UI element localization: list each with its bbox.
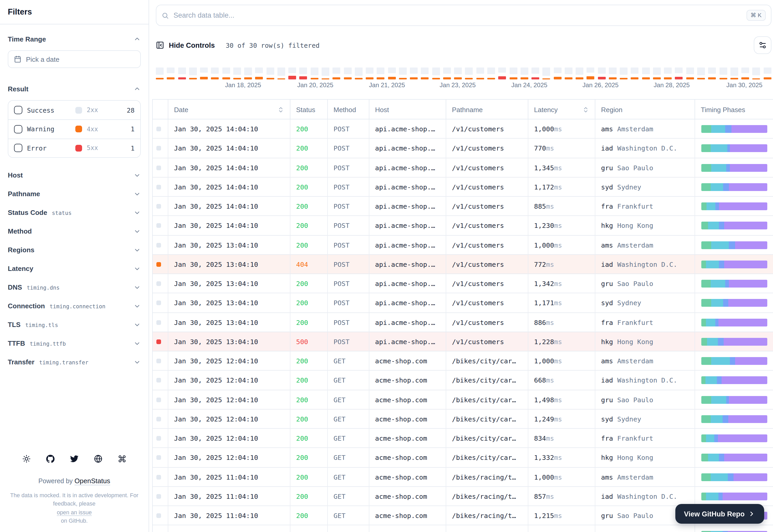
timeline-bar[interactable] xyxy=(620,67,628,79)
table-row[interactable]: Jan 30, 2025 11:04:10 200 GET acme-shop.… xyxy=(153,487,773,506)
timeline-bar[interactable] xyxy=(333,67,341,79)
timeline-bar[interactable] xyxy=(288,67,296,79)
date-picker-button[interactable]: Pick a date xyxy=(8,50,141,68)
sidebar-filter-dns[interactable]: DNS timing.dns xyxy=(8,278,141,297)
timeline-bar[interactable] xyxy=(465,67,473,79)
sidebar-filter-transfer[interactable]: Transfer timing.transfer xyxy=(8,353,141,372)
sidebar-filter-ttfb[interactable]: TTFB timing.ttfb xyxy=(8,334,141,353)
timeline-bar[interactable] xyxy=(211,67,219,79)
timeline-bar[interactable] xyxy=(310,67,318,79)
table-row[interactable]: Jan 30, 2025 14:04:10 200 POST api.acme-… xyxy=(153,178,773,197)
timeline-bar[interactable] xyxy=(432,67,440,79)
timeline-bar[interactable] xyxy=(399,67,407,79)
timeline-bar[interactable] xyxy=(167,67,175,79)
timeline-bar[interactable] xyxy=(189,67,197,79)
open-issue-link[interactable]: open an issue xyxy=(57,509,92,515)
checkbox[interactable] xyxy=(14,125,22,133)
column-header-latency[interactable]: Latency xyxy=(528,100,595,119)
timeline-bar[interactable] xyxy=(542,67,550,79)
twitter-button[interactable] xyxy=(70,455,78,463)
timeline-bar[interactable] xyxy=(763,67,771,79)
time-range-section-header[interactable]: Time Range xyxy=(8,33,141,45)
checkbox[interactable] xyxy=(14,106,22,114)
view-options-button[interactable] xyxy=(754,36,771,54)
timeline-bar[interactable] xyxy=(741,67,749,79)
timeline-bar[interactable] xyxy=(410,67,418,79)
timeline-bar[interactable] xyxy=(366,67,374,79)
sidebar-filter-pathname[interactable]: Pathname xyxy=(8,185,141,203)
timeline-bar[interactable] xyxy=(675,67,683,79)
table-row[interactable]: Jan 30, 2025 12:04:10 200 GET acme-shop.… xyxy=(153,371,773,390)
column-header-date[interactable]: Date xyxy=(168,100,290,119)
timeline-bar[interactable] xyxy=(598,67,606,79)
timeline-bar[interactable] xyxy=(653,67,661,79)
timeline-bar[interactable] xyxy=(686,67,694,79)
sidebar-filter-host[interactable]: Host xyxy=(8,166,141,185)
result-item-success[interactable]: Success 2xx 28 xyxy=(8,101,140,120)
result-item-warning[interactable]: Warning 4xx 1 xyxy=(8,120,140,139)
table-row[interactable]: Jan 30, 2025 12:04:10 200 GET acme-shop.… xyxy=(153,410,773,429)
timeline-bar[interactable] xyxy=(752,67,760,79)
result-item-error[interactable]: Error 5xx 1 xyxy=(8,138,140,157)
table-row[interactable]: Jan 30, 2025 12:04:10 200 GET acme-shop.… xyxy=(153,390,773,410)
github-button[interactable] xyxy=(46,455,54,463)
sidebar-filter-method[interactable]: Method xyxy=(8,222,141,241)
timeline-bar[interactable] xyxy=(178,67,186,79)
timeline-bar[interactable] xyxy=(531,67,539,79)
timeline-bar[interactable] xyxy=(322,67,329,79)
sidebar-filter-connection[interactable]: Connection timing.connection xyxy=(8,297,141,316)
table-row[interactable]: Jan 30, 2025 12:04:10 200 GET acme-shop.… xyxy=(153,448,773,468)
timeline-bar[interactable] xyxy=(355,67,363,79)
table-row[interactable]: Jan 30, 2025 13:04:10 500 POST api.acme-… xyxy=(153,332,773,352)
timeline-bar[interactable] xyxy=(156,67,163,79)
table-row[interactable]: Jan 30, 2025 12:04:10 200 GET acme-shop.… xyxy=(153,351,773,371)
table-row[interactable]: Jan 30, 2025 14:04:10 200 POST api.acme-… xyxy=(153,197,773,216)
timeline-bar[interactable] xyxy=(377,67,385,79)
search-input[interactable] xyxy=(173,11,742,19)
sidebar-filter-status-code[interactable]: Status Code status xyxy=(8,203,141,222)
timeline-bar[interactable] xyxy=(642,67,650,79)
sidebar-filter-regions[interactable]: Regions xyxy=(8,241,141,260)
table-row[interactable]: Jan 30, 2025 14:04:10 200 POST api.acme-… xyxy=(153,139,773,158)
globe-button[interactable] xyxy=(94,455,102,463)
timeline-bar[interactable] xyxy=(443,67,451,79)
result-section-header[interactable]: Result xyxy=(8,83,141,94)
timeline-bar[interactable] xyxy=(719,67,727,79)
sidebar-filter-latency[interactable]: Latency xyxy=(8,260,141,278)
timeline-bar[interactable] xyxy=(300,67,307,79)
openstatus-link[interactable]: OpenStatus xyxy=(74,477,110,485)
table-row[interactable]: Jan 30, 2025 14:04:10 200 POST api.acme-… xyxy=(153,158,773,178)
timeline-bar[interactable] xyxy=(553,67,561,79)
sun-button[interactable] xyxy=(22,455,31,463)
command-button[interactable] xyxy=(118,455,126,463)
view-github-repo-button[interactable]: View GitHub Repo xyxy=(675,504,764,524)
checkbox[interactable] xyxy=(14,144,22,152)
timeline-bar[interactable] xyxy=(664,67,672,79)
timeline-bar[interactable] xyxy=(498,67,506,79)
timeline-bar[interactable] xyxy=(233,67,241,79)
timeline-bar[interactable] xyxy=(255,67,263,79)
timeline-bar[interactable] xyxy=(631,67,639,79)
timeline-bar[interactable] xyxy=(730,67,738,79)
timeline-bar[interactable] xyxy=(509,67,517,79)
timeline-bar[interactable] xyxy=(708,67,716,79)
table-row[interactable]: Jan 30, 2025 13:04:10 200 POST api.acme-… xyxy=(153,274,773,294)
timeline-bar[interactable] xyxy=(344,67,351,79)
timeline-bar[interactable] xyxy=(697,67,705,79)
timeline-bar[interactable] xyxy=(565,67,572,79)
table-row[interactable]: Jan 30, 2025 13:04:10 200 POST api.acme-… xyxy=(153,235,773,255)
sidebar-filter-tls[interactable]: TLS timing.tls xyxy=(8,316,141,334)
timeline-bar[interactable] xyxy=(587,67,595,79)
hide-controls-button[interactable]: Hide Controls xyxy=(156,41,215,49)
timeline-bar[interactable] xyxy=(487,67,495,79)
timeline-bar[interactable] xyxy=(388,67,396,79)
table-row[interactable]: Jan 30, 2025 11:04:10 200 GET acme-shop.… xyxy=(153,467,773,487)
timeline-bar[interactable] xyxy=(222,67,230,79)
table-row[interactable]: Jan 30, 2025 13:04:10 404 POST api.acme-… xyxy=(153,255,773,274)
timeline-bar[interactable] xyxy=(200,67,208,79)
timeline-bar[interactable] xyxy=(266,67,274,79)
timeline-bar[interactable] xyxy=(520,67,528,79)
table-row[interactable]: Jan 30, 2025 13:04:10 200 POST api.acme-… xyxy=(153,313,773,332)
timeline-bar[interactable] xyxy=(609,67,617,79)
table-row[interactable]: Jan 30, 2025 11:04:10 200 GET acme-shop.… xyxy=(153,526,773,532)
